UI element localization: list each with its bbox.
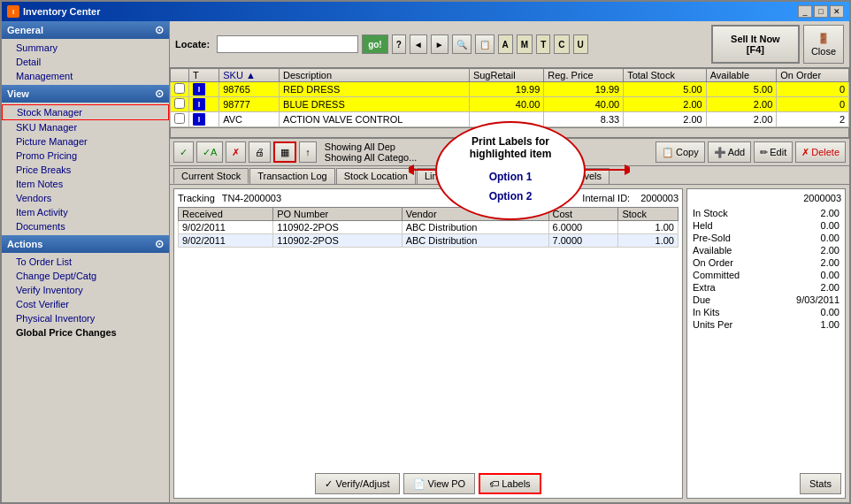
sidebar-item-global-price-changes[interactable]: Global Price Changes [2, 325, 169, 340]
check-button[interactable]: ✓ [173, 141, 194, 163]
tab-seasonal-levels[interactable]: Seasonal Levels [522, 168, 610, 184]
sidebar-item-management[interactable]: Management [2, 69, 169, 83]
sidebar-item-physical-inventory[interactable]: Physical Inventory [2, 311, 169, 325]
general-expand-icon: ⊙ [155, 24, 164, 36]
go-button[interactable]: go! [362, 34, 388, 54]
sidebar-item-cost-verifier[interactable]: Cost Verifier [2, 297, 169, 311]
row-regprice: 40.00 [544, 97, 624, 112]
u-button[interactable]: U [573, 34, 588, 54]
maximize-button[interactable]: □ [814, 5, 828, 18]
sidebar-item-detail[interactable]: Detail [2, 55, 169, 69]
print-button[interactable]: 🖨 [249, 141, 271, 163]
row-available: 2.00 [706, 97, 777, 112]
col-type[interactable]: T [189, 69, 219, 82]
sidebar-item-item-notes[interactable]: Item Notes [2, 177, 169, 191]
view-po-icon: 📄 [413, 478, 426, 490]
received-date: 9/02/2011 [179, 234, 273, 248]
help-button[interactable]: ? [392, 34, 406, 54]
delete-button[interactable]: ✗ Delete [795, 141, 846, 163]
po-number: 110902-2POS [273, 221, 402, 234]
search-button[interactable]: 🔍 [452, 34, 472, 54]
col-description[interactable]: Description [280, 69, 470, 82]
a-button[interactable]: A [498, 34, 513, 54]
back-button[interactable]: ◄ [410, 34, 427, 54]
verify-adjust-button[interactable]: ✓ Verify/Adjust [315, 473, 399, 494]
tabs-container: Current Stock Transaction Log Stock Loca… [170, 166, 849, 185]
sidebar-item-sku-manager[interactable]: SKU Manager [2, 120, 169, 134]
col-regprice[interactable]: Reg. Price [544, 69, 624, 82]
sidebar-item-summary[interactable]: Summary [2, 41, 169, 55]
m-button[interactable]: M [517, 34, 533, 54]
sidebar-item-promo-pricing[interactable]: Promo Pricing [2, 149, 169, 163]
c-button[interactable]: C [554, 34, 569, 54]
sidebar-section-view-header[interactable]: View ⊙ [2, 85, 169, 103]
info-row-in-kits: In Kits 0.00 [691, 306, 841, 318]
status-line2: Showing All Catego... [325, 152, 648, 163]
sidebar-section-view: View ⊙ Stock Manager SKU Manager Picture… [2, 85, 169, 235]
tab-current-stock[interactable]: Current Stock [173, 168, 249, 184]
tab-used-items[interactable]: Used Items [456, 168, 522, 184]
sidebar-item-vendors[interactable]: Vendors [2, 191, 169, 205]
labels-button[interactable]: 🏷 Labels [479, 473, 540, 494]
sidebar-section-general-header[interactable]: General ⊙ [2, 21, 169, 39]
table-row[interactable]: I 98777 BLUE DRESS 40.00 40.00 2.00 2.00… [171, 97, 849, 112]
locate-label: Locate: [175, 39, 210, 50]
grid-scrollbar[interactable] [170, 127, 849, 138]
stock-button-row: ✓ Verify/Adjust 📄 View PO 🏷 Labels [178, 473, 678, 494]
units-per-label: Units Per [693, 319, 732, 330]
row-type: I [189, 97, 219, 112]
verify-adjust-label: Verify/Adjust [335, 478, 389, 489]
available-value: 2.00 [804, 245, 840, 256]
row-checkbox[interactable] [171, 82, 189, 97]
t-button[interactable]: T [536, 34, 550, 54]
forward-button[interactable]: ► [431, 34, 448, 54]
locate-input[interactable] [217, 35, 358, 53]
sell-it-now-button[interactable]: Sell It Now [F4] [711, 25, 800, 64]
col-totalstock[interactable]: Total Stock [624, 69, 707, 82]
sidebar-section-actions: Actions ⊙ To Order List Change Dept/Catg… [2, 235, 169, 341]
col-onorder[interactable]: On Order [777, 69, 849, 82]
stock-row[interactable]: 9/02/2011 110902-2POS ABC Distribution 7… [179, 234, 678, 248]
stats-button[interactable]: Stats [800, 473, 841, 494]
sidebar-section-actions-header[interactable]: Actions ⊙ [2, 235, 169, 253]
copy-button[interactable]: 📋 Copy [656, 141, 705, 163]
sidebar-item-stock-manager[interactable]: Stock Manager [2, 104, 169, 120]
col-cost: Cost [548, 208, 618, 221]
row-onorder: 0 [777, 97, 849, 112]
tab-stock-location[interactable]: Stock Location [336, 168, 416, 184]
sidebar-item-picture-manager[interactable]: Picture Manager [2, 134, 169, 149]
tab-transaction-log[interactable]: Transaction Log [249, 168, 334, 184]
sidebar-item-item-activity[interactable]: Item Activity [2, 205, 169, 219]
up-button[interactable]: ↑ [299, 141, 317, 163]
sidebar-item-documents[interactable]: Documents [2, 219, 169, 233]
minimize-button[interactable]: _ [798, 5, 812, 18]
sidebar-item-change-dept[interactable]: Change Dept/Catg [2, 269, 169, 283]
col-sugretail[interactable]: SugRetail [469, 69, 543, 82]
layout-button[interactable]: ▦ [273, 141, 296, 163]
view-po-button[interactable]: 📄 View PO [403, 473, 476, 494]
close-window-button[interactable]: ✕ [830, 5, 844, 18]
sidebar-item-verify-inventory[interactable]: Verify Inventory [2, 283, 169, 297]
sidebar-item-to-order-list[interactable]: To Order List [2, 255, 169, 269]
committed-value: 0.00 [804, 270, 840, 280]
tab-links[interactable]: Links [417, 168, 456, 184]
close-button[interactable]: 🚪 Close [803, 25, 844, 64]
check-a-button[interactable]: ✓A [196, 141, 223, 163]
info-row-due: Due 9/03/2011 [691, 294, 841, 306]
table-row[interactable]: I AVC ACTION VALVE CONTROL 8.33 2.00 2.0… [171, 112, 849, 127]
col-available[interactable]: Available [706, 69, 777, 82]
stock-row[interactable]: 9/02/2011 110902-2POS ABC Distribution 6… [179, 221, 678, 234]
col-sku[interactable]: SKU ▲ [219, 69, 280, 82]
add-button[interactable]: ➕ Add [708, 141, 752, 163]
sidebar-section-view-title: View [7, 88, 29, 99]
sidebar-item-price-breaks[interactable]: Price Breaks [2, 163, 169, 177]
row-checkbox[interactable] [171, 112, 189, 127]
clipboard-button[interactable]: 📋 [475, 34, 494, 54]
row-checkbox[interactable] [171, 97, 189, 112]
table-row[interactable]: I 98765 RED DRESS 19.99 19.99 5.00 5.00 … [171, 82, 849, 97]
edit-icon: ✏ [760, 147, 768, 158]
uncheck-button[interactable]: ✗ [226, 141, 246, 163]
edit-button[interactable]: ✏ Edit [754, 141, 793, 163]
info-row-on-order: On Order 2.00 [691, 256, 841, 269]
stock-panel: Tracking TN4-2000003 Internal ID: 200000… [173, 188, 683, 499]
